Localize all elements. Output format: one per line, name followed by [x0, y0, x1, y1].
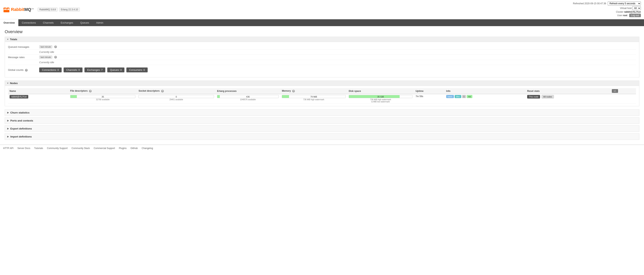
svg-rect-3 [4, 8, 6, 10]
info-cell: basic disc 1 rss [445, 94, 526, 104]
nodes-section-body: Name File descriptors ? Socket descripto… [5, 86, 639, 106]
footer-server-docs[interactable]: Server Docs [17, 147, 30, 150]
memory-help-icon[interactable]: ? [292, 90, 295, 92]
col-name: Name [8, 88, 69, 94]
ports-and-contexts-arrow: ▶ [7, 119, 9, 122]
vhost-select[interactable]: All [632, 6, 641, 10]
file-descriptors-bar: 35 [70, 95, 136, 98]
footer-github[interactable]: GitHub [130, 147, 138, 150]
message-rates-badge: last minute [39, 56, 52, 59]
ports-and-contexts-label: Ports and contexts [10, 119, 33, 122]
queued-messages-badge: last minute [39, 45, 52, 48]
global-counts-buttons: Connections: 0 Channels: 0 Exchanges: 7 … [39, 66, 148, 74]
user-label: User [617, 14, 622, 17]
plus-minus-button[interactable]: +/- [612, 89, 618, 93]
channels-count-button[interactable]: Channels: 0 [64, 68, 82, 72]
memory-available: 736 MiB high watermark [282, 98, 346, 101]
user-row: User root Log out [573, 14, 641, 17]
socket-desc-help-icon[interactable]: ? [161, 90, 164, 92]
currently-idle-1-text: Currently idle [39, 50, 54, 54]
import-definitions-section: ▶ Import definitions [5, 134, 639, 140]
churn-statistics-label: Churn statistics [10, 111, 30, 114]
header-right: Refreshed 2020-09-15 00:47:36 Refresh ev… [573, 2, 641, 18]
disk-space-value: 35 GiB [349, 95, 412, 98]
col-reset-stats: Reset stats [526, 88, 610, 94]
disk-space-cell: 35 GiB 736 MiB high watermark& MiB low w… [347, 94, 414, 104]
erlang-version: Erlang 22.3.4.10 [59, 8, 80, 12]
message-rates-label: Message rates [8, 56, 39, 59]
col-memory: Memory ? [280, 88, 347, 94]
nav-admin[interactable]: Admin [93, 19, 107, 26]
memory-cell: 79 MiB 736 MiB high watermark [280, 94, 347, 104]
nav-connections[interactable]: Connections [18, 19, 40, 26]
col-uptime: Uptime [414, 88, 445, 94]
export-definitions-header[interactable]: ▶ Export definitions [5, 126, 639, 132]
global-counts-label-text: Global counts [8, 68, 24, 72]
empty-cell [610, 94, 636, 104]
cluster-row: Cluster rabbit@ALiYun [573, 10, 641, 13]
nodes-section-label: Nodes [10, 82, 18, 85]
nodes-table-header: Name File descriptors ? Socket descripto… [8, 88, 636, 94]
reset-stats-cell: This node All nodes [526, 94, 610, 104]
churn-statistics-header[interactable]: ▶ Churn statistics [5, 110, 639, 116]
node-name: rabbit@ALiYun [10, 95, 28, 98]
main-nav: Overview Connections Channels Exchanges … [0, 19, 644, 26]
nav-exchanges[interactable]: Exchanges [57, 19, 77, 26]
footer-changelog[interactable]: Changelog [142, 147, 153, 150]
file-desc-help-icon[interactable]: ? [89, 90, 92, 92]
footer-plugins[interactable]: Plugins [119, 147, 126, 150]
cluster-label: Cluster [616, 10, 623, 13]
logo-text: RabbitMQTM [11, 7, 34, 12]
totals-section-header[interactable]: ▼ Totals [5, 37, 639, 42]
totals-toggle-icon: ▼ [7, 38, 9, 40]
nodes-section-header[interactable]: ▼ Nodes [5, 81, 639, 86]
refresh-row: Refreshed 2020-09-15 00:47:36 Refresh ev… [573, 2, 641, 6]
export-definitions-label: Export definitions [10, 127, 32, 130]
info-badge-rss: rss [467, 95, 472, 98]
erlang-processes-value: 436 [217, 95, 278, 98]
reset-all-nodes-button[interactable]: All nodes [542, 95, 554, 98]
import-definitions-arrow: ▶ [7, 135, 9, 138]
footer-community-support[interactable]: Community Support [47, 147, 68, 150]
ports-and-contexts-header[interactable]: ▶ Ports and contexts [5, 118, 639, 124]
uptime-value: 7m 59s [416, 95, 423, 98]
logout-button[interactable]: Log out [629, 14, 641, 17]
queued-messages-help-icon[interactable]: ? [54, 46, 57, 48]
user-value: root [623, 14, 627, 17]
footer-community-slack[interactable]: Community Slack [72, 147, 90, 150]
vhost-row: Virtual host All [573, 6, 641, 10]
export-definitions-arrow: ▶ [7, 127, 9, 130]
footer-tutorials[interactable]: Tutorials [34, 147, 43, 150]
header: RabbitMQTM RabbitMQ 3.8.8 Erlang 22.3.4.… [0, 0, 644, 19]
consumers-count-button[interactable]: Consumers: 0 [126, 68, 148, 72]
nav-overview[interactable]: Overview [0, 19, 18, 26]
import-definitions-header[interactable]: ▶ Import definitions [5, 134, 639, 140]
col-info: Info [445, 88, 526, 94]
currently-idle-1-row: Currently idle [8, 50, 636, 54]
info-badge-basic: basic [446, 95, 454, 98]
logo-tm: TM [31, 8, 34, 10]
footer-http-api[interactable]: HTTP API [3, 147, 14, 150]
cluster-value: rabbit@ALiYun [624, 10, 641, 13]
currently-idle-2-row: Currently idle [8, 60, 636, 65]
queues-count-button[interactable]: Queues: 0 [107, 68, 124, 72]
reset-this-node-button[interactable]: This node [527, 95, 540, 98]
nav-channels[interactable]: Channels [40, 19, 57, 26]
info-badges: basic disc 1 rss [446, 95, 524, 98]
message-rates-help-icon[interactable]: ? [54, 56, 57, 58]
file-descriptors-available: 32768 available [70, 98, 136, 101]
refresh-select[interactable]: Refresh every 5 seconds Refresh every 10… [608, 2, 641, 6]
col-plus-minus: +/- [610, 88, 636, 94]
connections-count-button[interactable]: Connections: 0 [39, 68, 62, 72]
footer-commercial-support[interactable]: Commercial Support [94, 147, 115, 150]
global-counts-row: Global counts ? Connections: 0 Channels:… [8, 65, 636, 75]
socket-descriptors-value: 0 [139, 95, 214, 98]
export-definitions-section: ▶ Export definitions [5, 126, 639, 132]
exchanges-count-button[interactable]: Exchanges: 7 [84, 68, 105, 72]
global-counts-help-icon[interactable]: ? [25, 69, 28, 72]
svg-rect-4 [8, 8, 9, 10]
totals-section: ▼ Totals Queued messages last minute ? C… [5, 37, 639, 78]
nav-queues[interactable]: Queues [77, 19, 93, 26]
memory-value: 79 MiB [282, 95, 346, 98]
rabbitmq-logo-icon [3, 6, 10, 13]
